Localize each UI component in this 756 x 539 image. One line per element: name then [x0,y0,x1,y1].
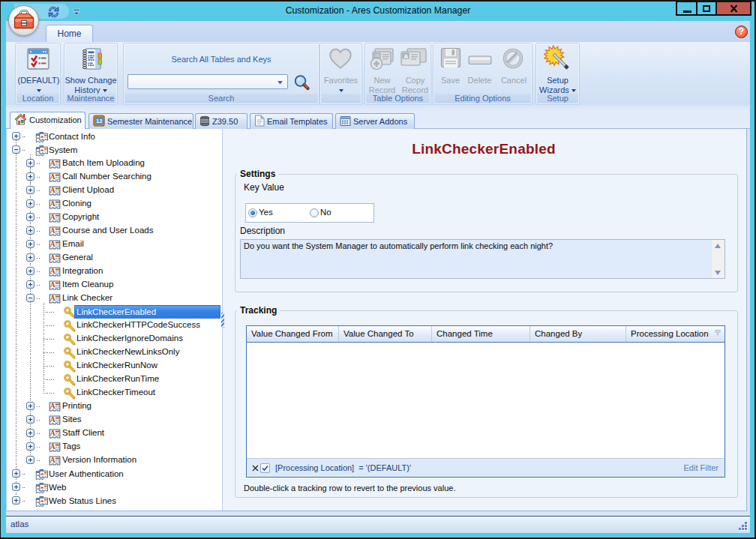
svg-text:12: 12 [96,118,102,124]
svg-text:A: A [404,53,409,60]
